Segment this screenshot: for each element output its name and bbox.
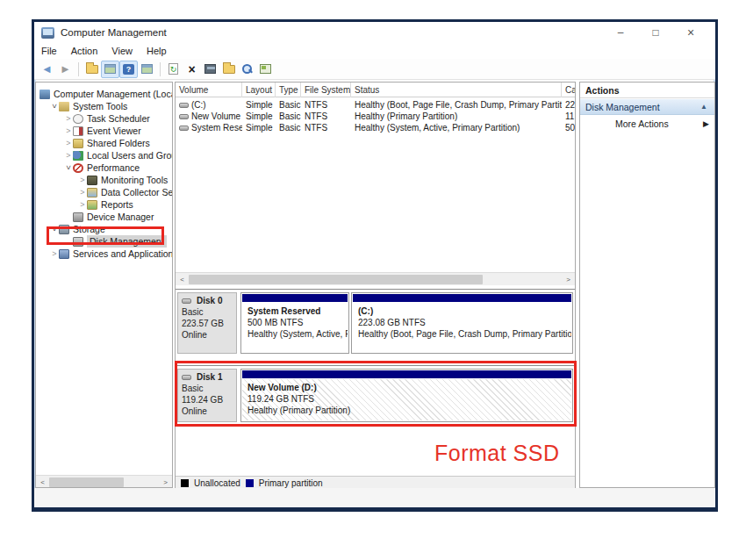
tree-item-disk-management[interactable]: >Disk Management <box>36 235 167 248</box>
unallocated-swatch <box>181 479 189 487</box>
tree-item-storage[interactable]: >Storage <box>36 223 105 235</box>
tree-item-monitoring-tools[interactable]: >Monitoring Tools <box>36 174 168 186</box>
open-folder-button[interactable] <box>219 61 238 78</box>
tree-item-services-applications[interactable]: >Services and Applications <box>36 248 173 260</box>
column-capacity[interactable]: Ca <box>562 83 575 97</box>
chevron-down-icon[interactable]: > <box>50 102 59 111</box>
column-layout[interactable]: Layout <box>242 83 276 97</box>
chevron-right-icon[interactable]: > <box>78 200 87 209</box>
chevron-down-icon[interactable]: > <box>50 225 59 233</box>
forward-button[interactable]: ► <box>56 61 75 78</box>
update-button[interactable] <box>256 61 275 78</box>
window-icon <box>141 64 153 74</box>
back-button[interactable]: ◄ <box>38 61 56 78</box>
scroll-right-icon[interactable]: > <box>159 478 172 486</box>
volume-row-system-reserved[interactable]: System Reserved Simple Basic NTFS Health… <box>176 122 575 133</box>
chevron-right-icon[interactable]: > <box>64 126 73 135</box>
delete-button[interactable]: × <box>183 61 201 78</box>
window-title: Computer Management <box>61 27 167 38</box>
maximize-button[interactable]: □ <box>638 22 673 43</box>
properties-icon <box>204 64 216 74</box>
volume-list-horizontal-scrollbar[interactable]: < > <box>176 272 575 285</box>
tree-item-event-viewer[interactable]: >Event Viewer <box>36 125 141 137</box>
unallocated-label: Unallocated <box>194 478 240 488</box>
actions-group-disk-management[interactable]: Disk Management ▲ <box>580 99 714 115</box>
console-tree-button[interactable] <box>101 61 119 78</box>
drive-icon <box>179 126 189 131</box>
column-status[interactable]: Status <box>351 83 562 97</box>
chevron-right-icon[interactable]: > <box>78 176 87 184</box>
forward-icon: ► <box>60 63 71 75</box>
chevron-right-icon[interactable]: > <box>64 151 73 160</box>
primary-partition-strip <box>353 294 571 302</box>
properties-button[interactable] <box>201 61 219 78</box>
scroll-left-icon[interactable]: < <box>36 478 49 486</box>
chevron-right-icon[interactable]: > <box>78 188 87 197</box>
disk-icon <box>182 375 191 380</box>
chevron-right-icon[interactable]: > <box>64 139 73 147</box>
search-button[interactable] <box>238 61 256 78</box>
tree-item-system-tools[interactable]: >System Tools <box>36 100 127 112</box>
partition-legend: Unallocated Primary partition <box>176 476 575 489</box>
console-tree-icon <box>104 64 116 74</box>
title-bar[interactable]: Computer Management – □ × <box>34 22 715 43</box>
menu-action[interactable]: Action <box>64 46 105 56</box>
help-icon: ? <box>123 64 134 75</box>
drive-icon <box>179 114 189 119</box>
disk-1-label[interactable]: Disk 1 Basic 119.24 GB Online <box>177 369 237 422</box>
disk-0-row: Disk 0 Basic 223.57 GB Online System Res… <box>176 289 575 356</box>
tree-item-computer-management[interactable]: Computer Management (Local <box>36 88 173 100</box>
refresh-button[interactable]: ↻ <box>164 61 183 78</box>
volume-row-c[interactable]: (C:) Simple Basic NTFS Healthy (Boot, Pa… <box>176 99 575 111</box>
status-bar <box>34 488 715 507</box>
primary-partition-label: Primary partition <box>259 478 323 488</box>
tree-item-device-manager[interactable]: >Device Manager <box>36 211 154 223</box>
volume-row-d[interactable]: New Volume (D:) Simple Basic NTFS Health… <box>176 111 575 122</box>
up-folder-button[interactable] <box>82 61 101 78</box>
annotation-format-ssd: Format SSD <box>434 441 560 466</box>
menu-bar: File Action View Help <box>34 43 715 59</box>
help-button[interactable]: ? <box>119 61 138 78</box>
up-folder-icon <box>86 65 98 74</box>
window-button[interactable] <box>138 61 156 78</box>
primary-partition-strip <box>242 294 348 302</box>
disk-0-label[interactable]: Disk 0 Basic 223.57 GB Online <box>177 292 237 354</box>
column-type[interactable]: Type <box>276 83 301 97</box>
open-folder-icon <box>223 65 235 74</box>
tree-horizontal-scrollbar[interactable]: < > <box>36 475 172 488</box>
data-collector-sets-icon <box>87 188 97 197</box>
search-icon <box>241 63 253 75</box>
back-icon: ◄ <box>41 63 53 75</box>
tree-item-shared-folders[interactable]: >Shared Folders <box>36 137 150 149</box>
tree-item-local-users-groups[interactable]: >Local Users and Groups <box>36 149 173 162</box>
chevron-down-icon[interactable]: > <box>64 163 73 172</box>
chevron-right-icon[interactable]: > <box>50 249 59 258</box>
partition-c[interactable]: (C:) 223.08 GB NTFS Healthy (Boot, Page … <box>351 292 573 354</box>
minimize-button[interactable]: – <box>603 22 638 43</box>
primary-partition-strip <box>242 370 571 378</box>
scroll-right-icon[interactable]: > <box>562 276 575 284</box>
menu-help[interactable]: Help <box>140 46 174 56</box>
menu-file[interactable]: File <box>34 46 64 56</box>
partition-new-volume-d[interactable]: New Volume (D:) 119.24 GB NTFS Healthy (… <box>240 369 573 422</box>
tree-item-task-scheduler[interactable]: >Task Scheduler <box>36 112 150 125</box>
disk-icon <box>73 237 83 247</box>
tree-item-reports[interactable]: >Reports <box>36 198 133 211</box>
delete-icon: × <box>188 63 195 75</box>
column-volume[interactable]: Volume <box>176 83 242 97</box>
computer-management-window: Computer Management – □ × File Action Vi… <box>32 19 718 512</box>
disk-management-main-pane: Volume Layout Type File System Status Ca… <box>175 82 576 488</box>
tree-item-performance[interactable]: >Performance <box>36 162 140 174</box>
scrollbar-thumb[interactable] <box>189 275 483 284</box>
close-button[interactable]: × <box>673 22 708 43</box>
menu-view[interactable]: View <box>104 46 140 56</box>
column-file-system[interactable]: File System <box>301 83 351 97</box>
scroll-left-icon[interactable]: < <box>176 276 189 284</box>
partition-system-reserved[interactable]: System Reserved 500 MB NTFS Healthy (Sys… <box>240 292 349 354</box>
more-actions-item[interactable]: More Actions ▶ <box>580 116 714 132</box>
scrollbar-thumb[interactable] <box>49 477 124 487</box>
storage-icon <box>59 225 69 234</box>
collapse-icon[interactable]: ▲ <box>700 99 707 115</box>
chevron-right-icon[interactable]: > <box>64 114 73 123</box>
tree-item-data-collector-sets[interactable]: >Data Collector Sets <box>36 186 173 198</box>
